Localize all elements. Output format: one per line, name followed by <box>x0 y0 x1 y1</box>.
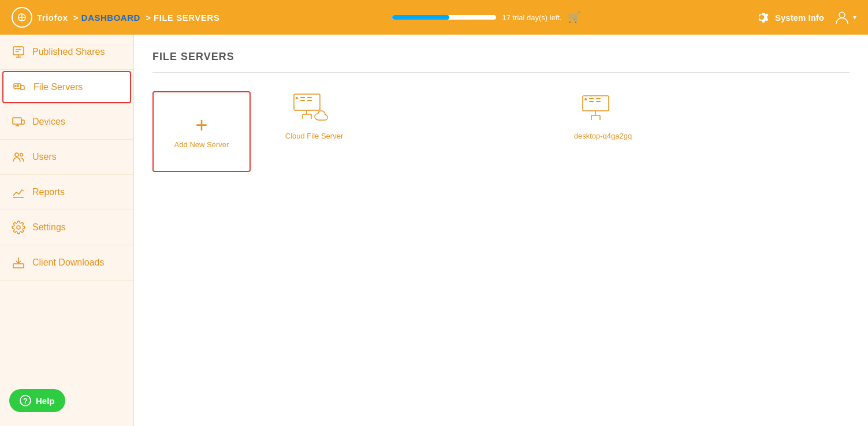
file-servers-icon <box>13 80 27 94</box>
sidebar-item-settings[interactable]: Settings <box>0 210 133 245</box>
svg-rect-26 <box>589 98 594 99</box>
content-area: FILE SERVERS + Add New Server <box>134 35 868 426</box>
system-info-button[interactable]: System Info <box>753 9 824 26</box>
add-server-card[interactable]: + Add New Server <box>152 91 251 172</box>
svg-point-25 <box>584 98 587 100</box>
svg-point-1 <box>839 12 845 18</box>
svg-rect-28 <box>596 98 601 99</box>
svg-rect-7 <box>13 118 21 124</box>
help-circle-icon: ? <box>20 395 31 406</box>
divider <box>152 72 850 73</box>
server-item-desktop[interactable]: desktop-q4ga2gq <box>562 91 643 140</box>
sidebar-item-users[interactable]: Users <box>0 140 133 175</box>
published-shares-label: Published Shares <box>32 47 105 57</box>
cart-icon[interactable]: 🛒 <box>568 11 580 24</box>
trial-bar-container <box>392 15 496 20</box>
system-info-label: System Info <box>775 13 824 23</box>
sidebar-item-file-servers[interactable]: File Servers <box>2 71 131 103</box>
settings-icon <box>12 221 25 234</box>
settings-label: Settings <box>32 222 66 233</box>
svg-rect-13 <box>13 264 24 268</box>
server-item-cloud[interactable]: Cloud File Server <box>274 91 355 140</box>
svg-rect-16 <box>300 97 305 98</box>
svg-rect-2 <box>13 47 24 55</box>
header-middle: 17 trial day(s) left. 🛒 <box>392 11 580 24</box>
svg-rect-8 <box>21 120 24 124</box>
add-icon: + <box>195 115 207 136</box>
chevron-down-icon: ▾ <box>853 13 856 21</box>
svg-rect-29 <box>596 101 601 102</box>
server-grid: + Add New Server <box>152 91 850 172</box>
client-downloads-icon <box>12 256 25 270</box>
header-left: Triofox > DASHBOARD > FILE SERVERS <box>12 7 219 28</box>
published-shares-icon <box>12 45 25 59</box>
reports-label: Reports <box>32 187 65 197</box>
cloud-file-server-icon <box>291 91 337 126</box>
dashboard-link[interactable]: DASHBOARD <box>81 13 140 23</box>
svg-rect-14 <box>294 94 320 110</box>
svg-rect-24 <box>583 96 609 111</box>
svg-rect-6 <box>17 86 18 87</box>
svg-rect-5 <box>17 85 18 85</box>
desktop-server-icon <box>580 91 626 126</box>
desktop-server-name: desktop-q4ga2gq <box>574 132 632 140</box>
sidebar: Published Shares File Servers Devices <box>0 35 134 426</box>
file-servers-label: File Servers <box>33 82 83 92</box>
main-layout: Published Shares File Servers Devices <box>0 35 868 426</box>
gear-icon <box>753 9 770 26</box>
breadcrumb: Triofox > DASHBOARD > FILE SERVERS <box>37 13 219 23</box>
page-title: FILE SERVERS <box>152 51 850 63</box>
devices-label: Devices <box>32 117 65 127</box>
triofox-logo-icon <box>12 7 32 28</box>
fileservers-crumb: FILE SERVERS <box>154 13 219 23</box>
client-downloads-label: Client Downloads <box>32 257 105 268</box>
svg-rect-27 <box>589 101 594 102</box>
user-avatar[interactable]: ▾ <box>833 9 856 26</box>
devices-icon <box>12 115 25 129</box>
sidebar-item-reports[interactable]: Reports <box>0 175 133 210</box>
svg-point-9 <box>15 153 18 156</box>
add-server-label: Add New Server <box>174 140 229 149</box>
sidebar-item-client-downloads[interactable]: Client Downloads <box>0 245 133 281</box>
svg-rect-17 <box>300 100 305 101</box>
header: Triofox > DASHBOARD > FILE SERVERS 17 tr… <box>0 0 868 35</box>
help-label: Help <box>36 396 55 406</box>
svg-point-10 <box>20 154 23 156</box>
svg-point-4 <box>15 85 16 87</box>
trial-text: 17 trial day(s) left. <box>502 13 561 22</box>
users-label: Users <box>32 152 57 162</box>
svg-rect-19 <box>307 100 312 101</box>
breadcrumb-sep2: > <box>146 13 151 23</box>
trial-progress-fill <box>392 15 449 20</box>
svg-rect-18 <box>307 97 312 98</box>
trial-progress-bar <box>392 15 496 20</box>
breadcrumb-sep1: > <box>73 13 79 23</box>
user-icon <box>833 9 851 26</box>
help-button[interactable]: ? Help <box>9 389 65 412</box>
users-icon <box>12 150 25 164</box>
sidebar-item-devices[interactable]: Devices <box>0 104 133 140</box>
svg-point-15 <box>296 97 298 99</box>
sidebar-item-published-shares[interactable]: Published Shares <box>0 35 133 70</box>
header-right: System Info ▾ <box>753 9 856 26</box>
cloud-file-server-name: Cloud File Server <box>285 132 343 140</box>
reports-icon <box>12 185 25 199</box>
svg-point-12 <box>17 226 20 229</box>
brand-name: Triofox <box>37 13 68 23</box>
